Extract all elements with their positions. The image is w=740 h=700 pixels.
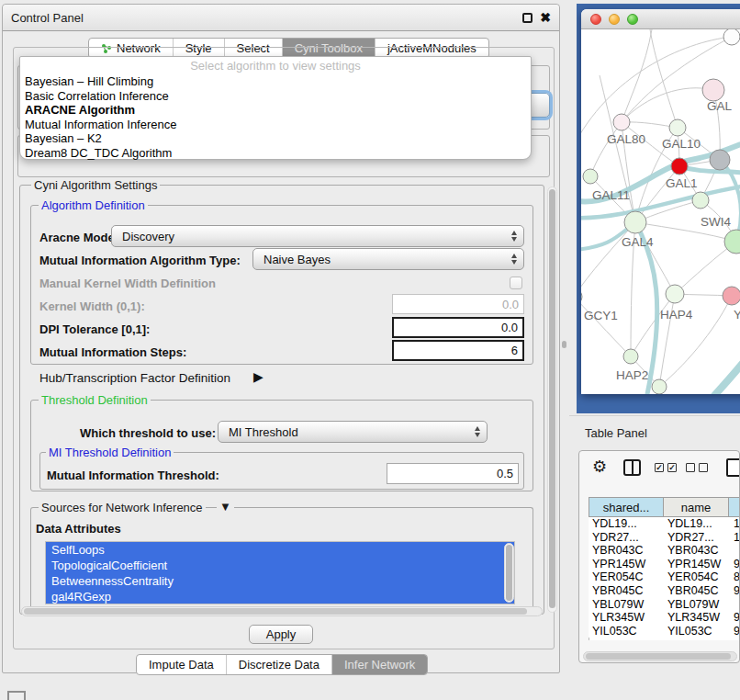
tab-infer-network-label: Infer Network	[344, 655, 415, 674]
network-node-label: HAP2	[616, 368, 648, 382]
data-attributes-list[interactable]: SelfLoopsTopologicalCoefficientBetweenne…	[45, 541, 515, 604]
network-window-titlebar[interactable]	[581, 9, 740, 29]
cell-value: 9.	[734, 611, 740, 625]
cyni-bottom-tabbar: Impute Data Discretize Data Infer Networ…	[136, 654, 428, 675]
algorithm-option[interactable]: Mutual Information Inference	[21, 118, 530, 132]
panel-splitter-handle[interactable]	[562, 341, 566, 348]
close-icon[interactable]: ✖	[540, 10, 551, 25]
network-node[interactable]	[723, 287, 740, 305]
settings-hscrollbar-thumb[interactable]	[24, 608, 527, 615]
table-row[interactable]: YBR043C YBR043C	[589, 544, 740, 558]
table-row[interactable]: YPR145W YPR145W 9.	[589, 558, 740, 571]
algorithm-option[interactable]: Bayesian – Hill Climbing	[21, 74, 530, 89]
algorithm-definition-title: Algorithm Definition	[39, 198, 148, 212]
network-node[interactable]	[723, 29, 740, 45]
control-panel-titlebar: Control Panel ✖	[3, 5, 559, 31]
algorithm-option[interactable]: ARACNE Algorithm	[21, 103, 530, 118]
manual-kernel-label: Manual Kernel Width Definition	[39, 277, 216, 290]
combo-arrows-icon	[475, 426, 480, 437]
table-row[interactable]: YDR27... YDR27... 12	[589, 531, 740, 545]
settings-horizontal-scrollbar[interactable]	[21, 606, 543, 616]
table-row[interactable]: YBL079W YBL079W	[589, 598, 740, 612]
gear-icon[interactable]: ⚙	[592, 457, 607, 476]
attribute-item-selected[interactable]: BetweennessCentrality	[46, 573, 514, 589]
cell-value: 9.	[734, 558, 740, 571]
network-node-label: GAL10	[662, 137, 701, 151]
unchecked-checkbox-icon[interactable]	[686, 463, 695, 472]
network-node[interactable]	[623, 349, 638, 364]
float-window-icon[interactable]	[522, 13, 533, 23]
algorithm-dropdown[interactable]: Select algorithm to view settings Bayesi…	[19, 56, 532, 160]
which-threshold-value: MI Threshold	[229, 425, 298, 439]
window-minimize-icon[interactable]	[609, 14, 620, 25]
cell-shared-name: YLR345W	[592, 611, 666, 625]
network-node[interactable]	[652, 379, 667, 394]
algorithm-option[interactable]: Bayesian – K2	[21, 131, 530, 146]
network-node[interactable]	[710, 150, 730, 170]
sources-group-title: Sources for Network Inference	[39, 501, 206, 514]
network-node[interactable]	[624, 211, 646, 233]
column-header-partial[interactable]	[728, 497, 740, 517]
attribute-item-selected[interactable]: gal4RGexp	[46, 589, 514, 604]
tab-discretize-data[interactable]: Discretize Data	[227, 655, 332, 674]
cell-value: 8.	[734, 570, 740, 584]
sources-collapse-icon[interactable]: ▼	[217, 500, 234, 514]
cell-name: YDL19...	[667, 517, 734, 531]
tab-impute-data[interactable]: Impute Data	[137, 655, 227, 674]
cell-shared-name: YBL079W	[592, 598, 666, 612]
kernel-width-field[interactable]	[392, 294, 524, 314]
mi-type-label: Mutual Information Algorithm Type:	[39, 254, 241, 267]
window-zoom-icon[interactable]	[627, 14, 638, 25]
attributes-scrollbar-thumb[interactable]	[506, 545, 512, 601]
algorithm-option[interactable]: Basic Correlation Inference	[21, 89, 530, 104]
window-close-icon[interactable]	[590, 14, 601, 25]
table-horizontal-scrollbar[interactable]	[583, 651, 737, 661]
cell-value: 12	[734, 531, 740, 545]
column-layout-icon[interactable]	[623, 459, 641, 476]
apply-button[interactable]: Apply	[249, 625, 313, 644]
checked-checkbox-icon[interactable]: ✓	[655, 463, 664, 472]
mi-threshold-field[interactable]	[387, 463, 519, 484]
tab-infer-network[interactable]: Infer Network	[332, 655, 427, 674]
unchecked-checkbox-icon[interactable]	[699, 463, 708, 472]
algorithm-option[interactable]: Dream8 DC_TDC Algorithm	[21, 146, 530, 161]
which-threshold-select[interactable]: MI Threshold	[218, 421, 488, 443]
column-header-shared[interactable]: shared...	[589, 497, 664, 517]
attributes-scrollbar[interactable]	[504, 543, 514, 603]
aracne-mode-select[interactable]: Discovery	[111, 225, 524, 247]
table-hscrollbar-thumb[interactable]	[586, 653, 731, 660]
table-row[interactable]: YIL053C YIL053C 9	[589, 625, 740, 638]
data-attributes-label: Data Attributes	[36, 522, 121, 536]
network-node[interactable]	[669, 119, 686, 136]
mi-type-select[interactable]: Naive Bayes	[252, 248, 524, 270]
network-node[interactable]	[583, 169, 598, 184]
new-table-icon[interactable]	[726, 458, 740, 477]
network-node[interactable]	[692, 192, 709, 209]
algorithm-dropdown-list: Bayesian – Hill ClimbingBasic Correlatio…	[21, 74, 530, 161]
network-node[interactable]	[666, 285, 684, 303]
network-node[interactable]	[613, 114, 630, 130]
table-row[interactable]: YER054C YER054C 8.	[589, 570, 740, 584]
attribute-item-selected[interactable]: SelfLoops	[46, 542, 514, 558]
cyni-algorithm-settings-title: Cyni Algorithm Settings	[31, 178, 160, 192]
cell-name: YBR043C	[667, 544, 734, 558]
network-node[interactable]	[581, 288, 582, 305]
network-node[interactable]	[724, 230, 740, 254]
hub-expand-icon[interactable]: ▶	[253, 369, 263, 384]
settings-vertical-scrollbar[interactable]	[547, 186, 557, 613]
cell-name: YDR27...	[667, 531, 734, 545]
mi-steps-field[interactable]	[392, 340, 524, 361]
table-row[interactable]: YDL19... YDL19... 13	[589, 517, 740, 531]
attribute-item-selected[interactable]: TopologicalCoefficient	[46, 558, 514, 573]
network-node[interactable]	[671, 158, 688, 175]
dpi-tolerance-field[interactable]	[392, 317, 524, 338]
table-row[interactable]: YLR345W YLR345W 9.	[589, 611, 740, 625]
column-header-name[interactable]: name	[663, 497, 729, 517]
table-row[interactable]: YBR045C YBR045C 9.	[589, 584, 740, 598]
checked-checkbox-icon[interactable]: ✓	[667, 463, 677, 472]
cell-name: YLR345W	[667, 611, 734, 625]
settings-scrollbar-thumb[interactable]	[549, 189, 555, 608]
manual-kernel-checkbox[interactable]	[510, 277, 522, 289]
network-graph[interactable]: GALGAL80GAL10GAL1SWI4GAL11GAL4GCY1HAP4YH…	[581, 29, 740, 394]
network-node[interactable]	[702, 79, 724, 101]
